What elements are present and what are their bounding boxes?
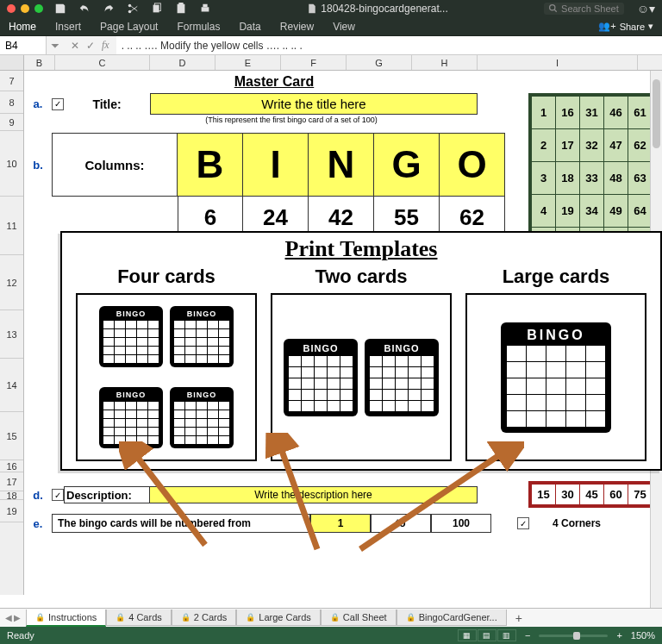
ref-grid-cell: 32 [580,129,604,162]
template-two-cards: Two cards BINGOBINGO [271,262,452,461]
row-header[interactable]: 10 [0,131,23,197]
bingo-card-icon: BINGO [284,339,358,416]
title-checkbox[interactable]: ✓ [52,98,64,110]
row-header[interactable]: 15 [0,412,23,460]
formula-bar: B4 ⏷ ✕ ✓ fx . .. .. …. Modify the yellow… [0,36,662,55]
col-header[interactable]: B [24,55,55,70]
row-header[interactable]: 13 [0,310,23,359]
row-header[interactable]: 8 [0,91,23,114]
title-label: Title: [64,97,150,111]
col-header[interactable]: I [478,55,638,70]
formula-input[interactable]: . .. .. …. Modify the yellow cells …. ..… [116,36,662,54]
minimize-icon[interactable] [21,4,29,13]
corners-label: 4 Corners [529,514,624,533]
ribbon-tab-insert[interactable]: Insert [55,21,81,33]
name-box-dropdown-icon[interactable]: ⏷ [47,40,64,52]
sheet-tab-generator[interactable]: 🔒BingoCardGener... [397,610,507,626]
ribbon-tab-page-layout[interactable]: Page Layout [100,21,158,33]
spreadsheet-grid[interactable]: 7 8 9 10 11 12 13 14 15 16 17 18 19 Mast… [0,71,662,595]
svg-point-8 [550,5,555,10]
bingo-letters: B I N G O [178,133,505,197]
enter-formula-icon[interactable]: ✓ [86,40,95,52]
normal-view-button[interactable]: ▦ [458,629,477,641]
select-all-corner[interactable] [0,55,24,70]
add-sheet-button[interactable]: + [507,611,531,625]
quick-access-toolbar [54,3,211,15]
zoom-level[interactable]: 150% [631,630,655,641]
paste-icon[interactable] [175,3,187,15]
col-header[interactable]: H [412,55,478,70]
slider-thumb[interactable] [573,632,580,640]
sheet-tab-call-sheet[interactable]: 🔒Call Sheet [321,610,397,626]
sheet-tab-4cards[interactable]: 🔒4 Cards [106,610,172,626]
lock-icon: 🔒 [330,613,340,622]
letter-cell[interactable]: I [243,133,309,197]
ref-grid-cell: 19 [556,195,580,228]
copy-icon[interactable] [151,3,163,15]
ref-grid-cell: 63 [628,162,653,195]
sheet-tab-instructions[interactable]: 🔒Instructions [26,610,106,627]
letter-cell[interactable]: B [178,133,243,197]
col-header[interactable]: F [281,55,347,70]
letter-cell[interactable]: N [309,133,374,197]
print-icon[interactable] [199,3,211,15]
col-header[interactable]: G [347,55,412,70]
save-icon[interactable] [54,3,66,15]
page-layout-view-button[interactable]: ▤ [478,629,496,641]
row-header[interactable]: 7 [0,71,23,91]
row-header[interactable]: 17 [0,472,23,491]
zoom-in-button[interactable]: + [616,630,621,641]
row-header[interactable]: 14 [0,359,23,412]
zoom-out-button[interactable]: − [525,630,530,641]
sheet-nav[interactable]: ◀▶ [0,613,26,622]
bingo-card-icon: BINGO [99,306,163,367]
zoom-icon[interactable] [34,4,43,13]
row-header[interactable]: 11 [0,197,23,255]
letter-cell[interactable]: O [440,133,505,197]
page-break-view-button[interactable]: ▥ [497,629,516,641]
max-number-cell: 15 [532,485,556,505]
row-header[interactable]: 12 [0,255,23,310]
window-controls [7,4,43,13]
ribbon-tab-data[interactable]: Data [239,21,260,33]
col-header[interactable]: C [55,55,150,70]
ref-grid-cell: 48 [604,162,628,195]
row-header[interactable]: 18 [0,491,23,500]
arrow-icon [119,441,222,553]
ribbon-tab-review[interactable]: Review [280,21,314,33]
sheet-tab-2cards[interactable]: 🔒2 Cards [172,610,237,626]
ref-grid-cell: 31 [580,97,604,129]
row-header[interactable]: 9 [0,114,23,131]
subtitle-text: (This represent the first bingo card of … [76,116,507,124]
lock-icon: 🔒 [181,613,190,622]
close-icon[interactable] [7,4,16,13]
scissors-icon[interactable] [127,3,139,15]
title-input-cell[interactable]: Write the title here [150,93,478,115]
share-button[interactable]: 👥+ Share ▾ [598,21,653,32]
ribbon-tab-view[interactable]: View [333,21,355,33]
zoom-slider[interactable] [539,635,608,637]
fx-icon[interactable]: fx [102,39,109,52]
name-box[interactable]: B4 [0,36,47,54]
undo-icon[interactable] [78,3,91,15]
col-header[interactable]: E [215,55,281,70]
ribbon-tab-formulas[interactable]: Formulas [177,21,220,33]
bingo-card-icon: BINGO [170,387,234,448]
cells-area[interactable]: Master Card a. ✓ Title: Write the title … [24,71,662,595]
letter-cell[interactable]: G [374,133,440,197]
redo-icon[interactable] [103,3,115,15]
status-bar: Ready ▦ ▤ ▥ − + 150% [0,627,662,644]
scrollbar-thumb[interactable] [653,79,660,148]
ref-grid-cell: 46 [604,97,628,129]
description-checkbox[interactable]: ✓ [52,489,64,501]
ribbon-tab-home[interactable]: Home [9,21,36,33]
sheet-tab-large-cards[interactable]: 🔒Large Cards [236,610,321,626]
col-header[interactable]: D [150,55,215,70]
row-header[interactable]: 16 [0,460,23,472]
user-icon[interactable]: ☺▾ [637,2,655,16]
max-number-cell: 30 [556,485,580,505]
search-sheet-field[interactable]: Search Sheet [544,3,624,15]
row-header[interactable]: 19 [0,500,23,522]
cancel-formula-icon[interactable]: ✕ [71,40,79,52]
bingo-card-icon: BINGO [501,322,611,433]
